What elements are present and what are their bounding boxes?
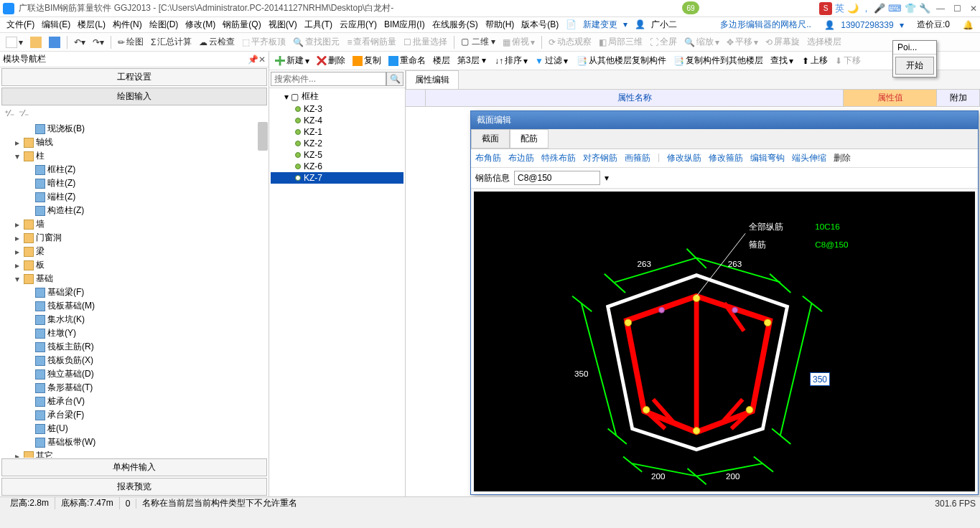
menu-component[interactable]: 构件(N): [109, 19, 146, 31]
kz-tree[interactable]: ▾▢框柱KZ-3KZ-4KZ-1KZ-2KZ-5KZ-6KZ-7: [269, 88, 405, 496]
component-tree[interactable]: 现浇板(B)▸轴线▾柱框柱(Z)暗柱(Z)端柱(Z)构造柱(Z)▸墙▸门窗洞▸梁…: [0, 121, 269, 458]
tree-node[interactable]: ▸墙: [1, 217, 267, 231]
menu-floor[interactable]: 楼层(L): [74, 19, 109, 31]
open-button[interactable]: [27, 35, 45, 50]
ime-tool-icon[interactable]: 👕: [905, 3, 916, 14]
sum-calc-button[interactable]: Σ 汇总计算: [148, 34, 195, 50]
se-canvas[interactable]: 全部纵筋 10C16 箍筋 C8@150 263 263 350 200 200…: [474, 192, 975, 491]
menu-draw[interactable]: 绘图(D): [146, 19, 182, 31]
kz-item[interactable]: KZ-4: [271, 115, 403, 126]
level-top-button[interactable]: ⬚ 平齐板顶: [239, 34, 289, 50]
c-copyto-button[interactable]: 📑 复制构件到其他楼层: [671, 53, 766, 68]
se-sub-stirrup[interactable]: 画箍筋: [625, 152, 650, 164]
batch-select-button[interactable]: ☐ 批量选择: [401, 34, 450, 50]
expand-all-icon[interactable]: ⁺⁄₋: [4, 108, 14, 118]
kz-root[interactable]: ▾▢框柱: [271, 90, 403, 103]
kz-item[interactable]: KZ-3: [271, 103, 403, 115]
close-button[interactable]: ✕: [970, 4, 977, 14]
notification-badge[interactable]: 69: [682, 1, 699, 14]
user-id[interactable]: 👤 13907298339 ▾: [821, 20, 907, 30]
tree-node[interactable]: 筏板主筋(R): [1, 340, 267, 354]
c-copy-button[interactable]: 复制: [350, 53, 384, 68]
top-view-button[interactable]: ▦ 俯视 ▾: [500, 34, 538, 50]
kz-item[interactable]: KZ-6: [271, 161, 403, 172]
tree-node[interactable]: ▾基础: [1, 272, 267, 286]
acc-project-settings[interactable]: 工程设置: [1, 68, 267, 86]
c-up-button[interactable]: ⬆ 上移: [799, 53, 831, 68]
se-tab-rebar[interactable]: 配筋: [510, 129, 549, 148]
select-floor-button[interactable]: 选择楼层: [804, 34, 844, 50]
se-dim-input[interactable]: 350: [810, 372, 830, 386]
tree-node[interactable]: ▸其它: [1, 449, 267, 458]
menu-bim[interactable]: BIM应用(I): [381, 19, 429, 31]
se-sub-delete[interactable]: 删除: [834, 152, 851, 164]
tree-node[interactable]: ▸门窗洞: [1, 231, 267, 245]
menu-view[interactable]: 视图(V): [265, 19, 301, 31]
se-info-dropdown[interactable]: ▾: [605, 173, 609, 183]
screen-rot-button[interactable]: ⟲ 屏幕旋: [762, 34, 803, 50]
maximize-button[interactable]: ☐: [953, 4, 961, 14]
search-input[interactable]: [271, 72, 386, 86]
zoom-button[interactable]: 🔍 缩放 ▾: [681, 34, 722, 50]
c-del-button[interactable]: 删除: [314, 53, 348, 68]
tree-node[interactable]: ▾柱: [1, 149, 267, 163]
se-sub-align[interactable]: 对齐钢筋: [583, 152, 617, 164]
tree-node[interactable]: 基础梁(F): [1, 286, 267, 299]
kz-item[interactable]: KZ-2: [271, 138, 403, 149]
undo-button[interactable]: ↶▾: [71, 36, 88, 49]
tree-node[interactable]: 筏板基础(M): [1, 299, 267, 313]
ime-moon-icon[interactable]: 🌙: [847, 3, 859, 14]
c-sort-button[interactable]: ↓↑ 排序▾: [492, 53, 531, 68]
poi-start-button[interactable]: 开始: [895, 57, 934, 75]
c-copyfrom-button[interactable]: 📑 从其他楼层复制构件: [574, 53, 669, 68]
acc-draw-input[interactable]: 绘图输入: [1, 88, 267, 105]
ime-icon[interactable]: S: [819, 2, 832, 15]
view-rebar-button[interactable]: ≡ 查看钢筋量: [344, 34, 399, 50]
redo-button[interactable]: ↷▾: [90, 36, 107, 49]
menu-modify[interactable]: 修改(M): [182, 19, 219, 31]
tree-node[interactable]: 现浇板(B): [1, 122, 267, 136]
save-button[interactable]: [46, 35, 63, 50]
tree-node[interactable]: 筏板负筋(X): [1, 354, 267, 367]
tree-node[interactable]: 桩承台(V): [1, 395, 267, 408]
c-down-button[interactable]: ⬇ 下移: [832, 53, 864, 68]
ime-keyboard-icon[interactable]: ⌨: [888, 3, 902, 14]
se-sub-modstir[interactable]: 修改箍筋: [709, 152, 743, 164]
tree-node[interactable]: 基础板带(W): [1, 435, 267, 449]
menu-tools[interactable]: 工具(T): [301, 19, 336, 31]
polygon-grid-link[interactable]: 多边形编辑器的网格尺..: [717, 19, 815, 31]
tree-node[interactable]: 承台梁(F): [1, 408, 267, 422]
c-rename-button[interactable]: 重命名: [386, 53, 429, 68]
kz-item[interactable]: KZ-7: [271, 172, 403, 184]
find-img-button[interactable]: 🔍 查找图元: [290, 34, 342, 50]
acc-report-preview[interactable]: 报表预览: [1, 478, 267, 496]
pan-button[interactable]: ✥ 平移 ▾: [724, 34, 761, 50]
tree-node[interactable]: 条形基础(T): [1, 381, 267, 395]
se-sub-edge[interactable]: 布边筋: [508, 152, 534, 164]
c-find-button[interactable]: 查找▾: [767, 53, 796, 68]
draw-button[interactable]: ✏ 绘图: [115, 34, 146, 50]
menu-newchange[interactable]: 📄 新建变更 ▾: [562, 19, 631, 31]
c-floor-combo[interactable]: 第3层 ▾: [454, 53, 489, 68]
new-doc-button[interactable]: ▾: [3, 35, 26, 50]
kz-item[interactable]: KZ-5: [271, 149, 403, 161]
pin-icon[interactable]: 📌: [248, 55, 258, 65]
fullscreen-button[interactable]: ⛶ 全屏: [647, 34, 680, 50]
tree-node[interactable]: 构造柱(Z): [1, 204, 267, 217]
2d-toggle[interactable]: ▢ 二维 ▾: [458, 34, 498, 50]
tree-node[interactable]: 集水坑(K): [1, 313, 267, 326]
minimize-button[interactable]: —: [936, 4, 945, 14]
ime-mode[interactable]: 英: [835, 2, 844, 15]
se-sub-special[interactable]: 特殊布筋: [541, 152, 576, 164]
ime-mic-icon[interactable]: 🎤: [874, 3, 885, 14]
bell-icon[interactable]: 🔔: [959, 20, 977, 30]
cloud-check-button[interactable]: ☁ 云检查: [196, 34, 238, 50]
se-info-input[interactable]: [514, 171, 600, 185]
tree-node[interactable]: ▸板: [1, 258, 267, 272]
menu-file[interactable]: 文件(F): [3, 19, 38, 31]
se-sub-corner[interactable]: 布角筋: [475, 152, 501, 164]
c-new-button[interactable]: 新建▾: [272, 53, 312, 68]
kz-item[interactable]: KZ-1: [271, 126, 403, 138]
tree-scrollbar[interactable]: [258, 122, 268, 151]
tree-node[interactable]: ▸轴线: [1, 136, 267, 149]
